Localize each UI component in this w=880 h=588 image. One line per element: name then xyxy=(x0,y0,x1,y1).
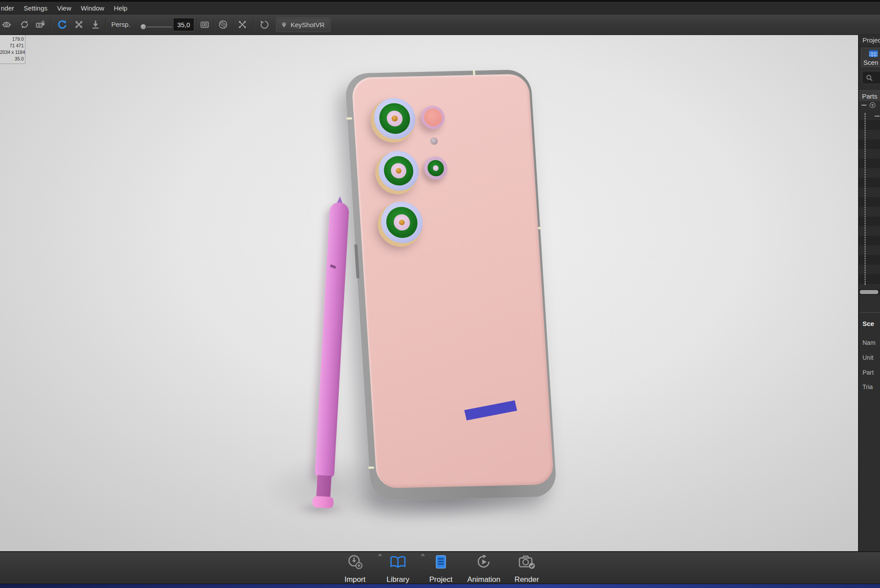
camera-toolbar: Persp. 35,0 K xyxy=(0,14,880,35)
keyshotvr-button[interactable]: KeyShotVR xyxy=(276,18,330,32)
menu-window[interactable]: Window xyxy=(81,4,104,12)
phone-model[interactable] xyxy=(344,69,557,500)
info-resolution: 2034 x 1184 xyxy=(0,49,24,56)
toolbar-separator xyxy=(105,18,106,32)
project-label: Project xyxy=(420,575,462,584)
filter-icon[interactable] xyxy=(869,102,876,108)
render-icon xyxy=(518,554,536,570)
ground-snap-icon[interactable] xyxy=(90,19,101,30)
parts-header-label: Parts xyxy=(862,92,877,100)
toolbar-separator xyxy=(233,18,234,32)
perspective-slider-knob[interactable] xyxy=(141,24,146,29)
project-panel: Projec Scen Parts xyxy=(858,35,880,551)
menu-bar: nder Settings View Window Help xyxy=(0,0,880,14)
reset-camera-icon[interactable] xyxy=(57,19,67,30)
toolbar-separator xyxy=(196,18,197,32)
field-name-label: Nam xyxy=(862,339,876,346)
lock-camera-icon[interactable] xyxy=(35,19,46,30)
library-label: Library xyxy=(377,575,419,584)
render-button[interactable]: Render xyxy=(506,552,548,584)
camera-cycle-icon[interactable] xyxy=(1,19,12,30)
parts-header[interactable]: Parts xyxy=(859,90,880,102)
parts-search-input[interactable] xyxy=(862,71,880,84)
toolbar-separator xyxy=(51,18,52,32)
fov-value-input[interactable]: 35,0 xyxy=(174,18,194,31)
scene-table-icon xyxy=(869,50,878,57)
pan-arrows-icon[interactable] xyxy=(74,19,84,30)
search-icon xyxy=(866,74,873,81)
field-triangles-label: Tria xyxy=(862,383,873,390)
import-icon xyxy=(347,554,363,570)
menu-view[interactable]: View xyxy=(57,4,71,12)
toolbar-separator xyxy=(214,18,215,32)
animation-button[interactable]: Animation xyxy=(463,552,505,584)
project-button[interactable]: Project xyxy=(420,552,462,584)
pen-body[interactable] xyxy=(315,202,349,478)
import-label: Import xyxy=(334,575,376,584)
menu-help[interactable]: Help xyxy=(114,4,128,12)
animation-label: Animation xyxy=(463,575,505,584)
toolbar-separator xyxy=(253,18,254,32)
tree-collapse-icon[interactable] xyxy=(875,116,880,117)
antenna-line xyxy=(346,117,352,120)
camera-info-box: 179.0 71 471 2034 x 1184 35.0 xyxy=(0,35,25,64)
project-icon xyxy=(433,554,449,570)
pen-cap xyxy=(312,496,334,509)
menu-settings[interactable]: Settings xyxy=(24,4,47,12)
taskbar-edge-strip xyxy=(0,584,880,588)
collapse-all-icon[interactable] xyxy=(862,105,866,106)
keyshotvr-gem-icon xyxy=(280,21,288,29)
field-parts-label: Part xyxy=(862,369,874,376)
divider xyxy=(860,312,880,313)
environment-sphere-icon[interactable] xyxy=(218,19,228,30)
scene-tree[interactable] xyxy=(859,110,880,288)
pen-lower-segment xyxy=(316,475,332,499)
tab-scene-label: Scen xyxy=(863,59,878,66)
realtime-viewport[interactable] xyxy=(0,35,858,551)
render-label: Render xyxy=(506,575,548,584)
tab-scene[interactable]: Scen xyxy=(861,48,880,67)
render-region-icon[interactable] xyxy=(199,19,210,30)
project-panel-title: Projec xyxy=(862,36,880,44)
geometry-nodes-icon[interactable] xyxy=(237,19,248,30)
scrollbar-thumb[interactable] xyxy=(860,290,878,294)
animation-icon xyxy=(475,554,492,570)
antenna-line xyxy=(368,467,374,469)
scene-properties-heading: Sce xyxy=(862,320,874,327)
import-button[interactable]: Import xyxy=(334,552,376,584)
sync-camera-icon[interactable] xyxy=(19,19,30,30)
library-button[interactable]: Library xyxy=(377,552,419,584)
info-fov: 35.0 xyxy=(0,56,24,62)
divider xyxy=(859,46,880,46)
info-triangles: 71 471 xyxy=(0,43,24,49)
perspective-slider[interactable] xyxy=(147,26,172,28)
keyshot-window: nder Settings View Window Help xyxy=(0,0,880,588)
field-units-label: Unit xyxy=(862,354,873,361)
turntable-icon[interactable] xyxy=(259,19,270,30)
menu-render[interactable]: nder xyxy=(1,4,14,12)
library-icon xyxy=(389,554,407,570)
keyshotvr-label: KeyShotVR xyxy=(291,21,325,28)
perspective-label: Persp. xyxy=(111,21,130,28)
info-focal: 179.0 xyxy=(0,36,24,43)
bottom-dock: Import Library Project Animation xyxy=(0,551,880,584)
tree-guide-line xyxy=(865,113,866,285)
tree-horizontal-scrollbar[interactable] xyxy=(859,289,880,295)
